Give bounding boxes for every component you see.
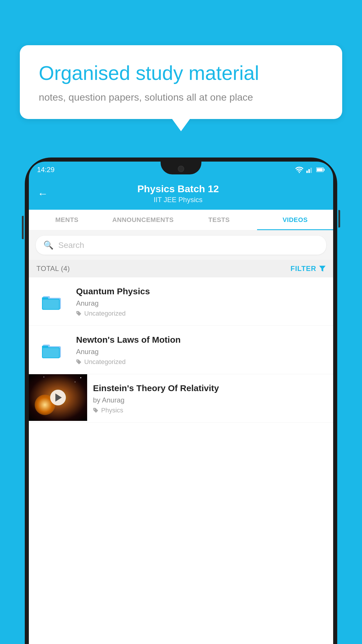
svg-rect-2 — [308, 169, 310, 173]
list-item-einstein[interactable]: Einstein's Theory Of Relativity by Anura… — [29, 374, 333, 423]
search-bar: 🔍 Search — [29, 230, 333, 260]
tag-icon-2 — [76, 359, 82, 365]
header-title-group: Physics Batch 12 IIT JEE Physics — [54, 183, 302, 204]
search-input-container[interactable]: 🔍 Search — [36, 236, 326, 255]
svg-rect-15 — [42, 346, 48, 348]
tag-icon — [76, 311, 82, 316]
signal-icon — [306, 167, 313, 173]
svg-point-0 — [299, 172, 300, 173]
wifi-icon — [295, 167, 303, 173]
folder-icon-container-2 — [41, 338, 64, 362]
tag-text: Uncategorized — [84, 310, 126, 317]
einstein-tag: Physics — [93, 407, 327, 414]
app-header: ← Physics Batch 12 IIT JEE Physics — [29, 178, 333, 210]
bubble-subtitle: notes, question papers, solutions all at… — [39, 92, 323, 103]
einstein-info: Einstein's Theory Of Relativity by Anura… — [87, 374, 333, 422]
bubble-title: Organised study material — [39, 61, 323, 85]
tab-tests[interactable]: TESTS — [181, 210, 257, 230]
video-author-2: Anurag — [76, 348, 326, 356]
phone-side-button-left — [22, 216, 24, 239]
video-list: Quantum Physics Anurag Uncategorized — [29, 277, 333, 644]
search-icon: 🔍 — [43, 240, 54, 250]
status-time: 14:29 — [37, 166, 55, 174]
tab-ments[interactable]: MENTS — [29, 210, 105, 230]
filter-icon — [319, 266, 326, 272]
phone-outer: 14:29 — [25, 158, 337, 644]
search-placeholder-text: Search — [58, 241, 84, 250]
play-triangle — [55, 393, 62, 402]
tab-announcements[interactable]: ANNOUNCEMENTS — [105, 210, 181, 230]
svg-rect-10 — [42, 297, 48, 300]
play-button[interactable] — [50, 390, 66, 405]
filter-label: FILTER — [291, 265, 316, 273]
einstein-thumbnail — [29, 374, 87, 421]
filter-bar: TOTAL (4) FILTER — [29, 260, 333, 277]
battery-icon — [316, 167, 325, 172]
tabs-bar: MENTS ANNOUNCEMENTS TESTS VIDEOS — [29, 210, 333, 230]
tag-text-3: Physics — [101, 407, 123, 414]
svg-rect-6 — [317, 168, 323, 171]
phone-screen: ← Physics Batch 12 IIT JEE Physics MENTS… — [29, 178, 333, 644]
status-bar: 14:29 — [29, 162, 333, 178]
svg-rect-5 — [324, 169, 325, 171]
folder-icon — [42, 293, 63, 311]
video-title: Quantum Physics — [76, 286, 326, 297]
video-title-2: Newton's Laws of Motion — [76, 334, 326, 345]
camera — [178, 166, 184, 172]
folder-icon-container — [41, 290, 64, 313]
list-item[interactable]: Newton's Laws of Motion Anurag Uncategor… — [29, 326, 333, 374]
einstein-author: by Anurag — [93, 396, 327, 404]
total-count: TOTAL (4) — [36, 265, 70, 273]
header-subtitle: IIT JEE Physics — [54, 196, 302, 204]
tab-videos[interactable]: VIDEOS — [257, 210, 333, 230]
speech-bubble-container: Organised study material notes, question… — [20, 45, 342, 119]
svg-rect-16 — [43, 348, 59, 357]
notch — [161, 162, 201, 174]
back-button[interactable]: ← — [38, 188, 48, 199]
video-tag-2: Uncategorized — [76, 358, 326, 366]
svg-rect-11 — [43, 300, 59, 309]
filter-button[interactable]: FILTER — [291, 265, 326, 273]
tag-text-2: Uncategorized — [84, 358, 126, 366]
folder-icon-2 — [42, 341, 63, 359]
tag-icon-3 — [93, 407, 99, 413]
phone-container: 14:29 — [25, 158, 337, 644]
einstein-title: Einstein's Theory Of Relativity — [93, 382, 327, 394]
video-tag: Uncategorized — [76, 310, 326, 317]
video-info: Quantum Physics Anurag Uncategorized — [76, 286, 326, 317]
svg-rect-1 — [306, 171, 308, 173]
speech-bubble: Organised study material notes, question… — [20, 45, 342, 119]
header-title: Physics Batch 12 — [54, 183, 302, 195]
list-item[interactable]: Quantum Physics Anurag Uncategorized — [29, 277, 333, 326]
svg-rect-3 — [310, 168, 312, 173]
video-info-2: Newton's Laws of Motion Anurag Uncategor… — [76, 334, 326, 366]
status-icons — [295, 167, 325, 173]
video-author: Anurag — [76, 299, 326, 307]
phone-side-button-right — [338, 210, 340, 228]
